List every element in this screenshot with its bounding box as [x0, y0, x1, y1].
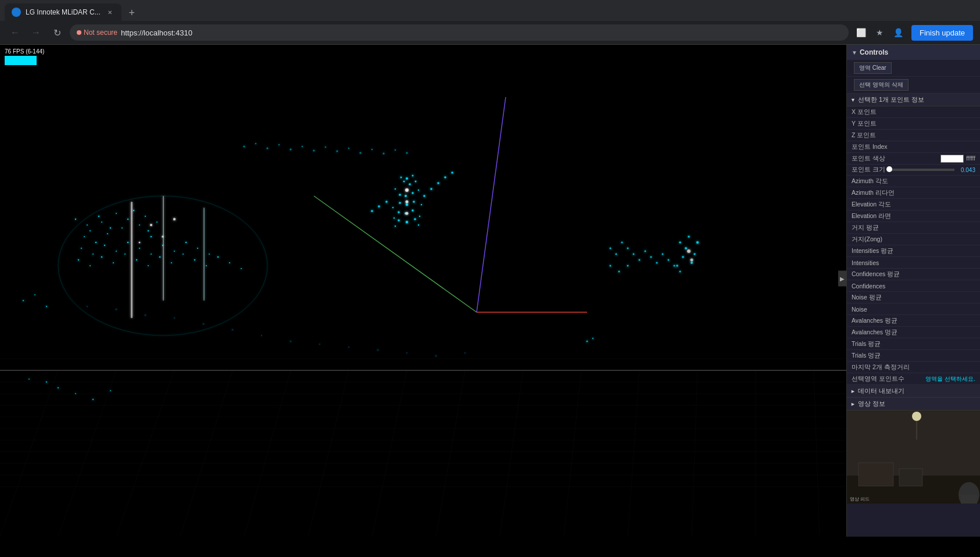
svg-point-123: [627, 248, 629, 249]
omnibox[interactable]: Not secure https://localhost:4310: [70, 24, 849, 41]
svg-point-35: [101, 222, 102, 223]
svg-rect-81: [163, 196, 164, 301]
svg-point-122: [616, 253, 617, 255]
svg-point-120: [610, 248, 611, 249]
svg-point-98: [406, 221, 408, 223]
side-panel-toggle[interactable]: ▶: [838, 271, 846, 287]
svg-point-32: [87, 224, 88, 226]
selected-point-count-label: 선택영역 포인트수: [852, 375, 925, 383]
video-title: 영상 정보: [858, 399, 885, 408]
svg-point-113: [419, 216, 420, 217]
point-color-swatch[interactable]: [940, 155, 964, 163]
svg-point-45: [139, 224, 140, 226]
forward-button[interactable]: →: [28, 24, 44, 41]
svg-point-52: [116, 251, 117, 252]
intensities-avg-row: Intensities 펑균: [847, 245, 980, 257]
back-button[interactable]: ←: [7, 24, 23, 41]
svg-point-117: [405, 188, 409, 192]
svg-point-90: [412, 192, 414, 194]
svg-point-163: [267, 148, 269, 149]
reload-button[interactable]: ↻: [49, 24, 65, 41]
avalanches-avg-row: Avalanches 펑균: [847, 315, 980, 327]
controls-header[interactable]: ▼ Controls: [847, 45, 980, 60]
svg-point-102: [430, 188, 432, 190]
intensities-avg-label: Intensities 펑균: [852, 247, 975, 255]
svg-point-157: [435, 355, 437, 357]
cast-button[interactable]: ⬜: [853, 24, 870, 41]
tab-bar: LG Innotek MLiDAR C... ✕ +: [0, 0, 980, 21]
svg-point-70: [183, 253, 184, 255]
svg-point-55: [151, 253, 152, 255]
bookmark-button[interactable]: ★: [872, 24, 888, 41]
new-tab-button[interactable]: +: [124, 5, 140, 21]
svg-point-87: [403, 181, 405, 183]
svg-point-88: [415, 181, 417, 183]
svg-point-137: [693, 253, 696, 255]
svg-point-173: [383, 153, 385, 155]
svg-point-151: [203, 323, 205, 325]
svg-point-91: [399, 194, 401, 196]
tab-close-btn[interactable]: ✕: [105, 8, 115, 17]
avalanches-avg-label: Avalanches 펑균: [852, 317, 975, 325]
video-caret: ►: [850, 401, 856, 407]
svg-point-171: [360, 152, 362, 154]
point-size-thumb[interactable]: [886, 166, 892, 172]
svg-point-112: [392, 207, 394, 208]
svg-point-92: [406, 203, 408, 206]
svg-point-94: [399, 202, 401, 204]
svg-point-60: [209, 253, 210, 255]
video-section-header[interactable]: ► 영상 정보: [847, 398, 980, 410]
svg-point-104: [444, 176, 446, 178]
svg-rect-193: [961, 495, 977, 504]
svg-point-71: [194, 259, 195, 260]
deselect-button[interactable]: 선택 영역의 삭제: [854, 79, 909, 91]
svg-point-86: [409, 183, 411, 185]
not-secure-label: Not secure: [84, 28, 117, 37]
svg-point-159: [116, 309, 117, 310]
azimuth-lidar-row: Azimuth 리다언: [847, 187, 980, 199]
svg-point-115: [418, 224, 419, 226]
profile-button[interactable]: 👤: [890, 24, 907, 41]
svg-point-75: [241, 268, 242, 269]
noise-avg-label: Noise 펑균: [852, 294, 975, 302]
svg-point-172: [371, 149, 373, 150]
svg-point-34: [90, 230, 91, 231]
viewport[interactable]: 76 FPS (6-144): [0, 45, 846, 537]
y-point-row: Y 포인트: [847, 118, 980, 130]
fps-counter: 76 FPS (6-144): [2, 47, 47, 66]
point-info-section-header[interactable]: ▼ 선택한 1개 포인트 정보: [847, 94, 980, 106]
point-size-slider[interactable]: [888, 169, 954, 171]
svg-point-136: [685, 247, 687, 249]
svg-point-51: [104, 245, 105, 246]
elevation-ramen-row: Elevation 라면: [847, 210, 980, 222]
svg-point-105: [451, 172, 453, 174]
svg-rect-195: [899, 469, 922, 486]
selected-point-count-row: 선택영역 포인트수 영역을 선택하세요.: [847, 373, 980, 385]
svg-rect-194: [859, 463, 893, 486]
lidar-scene-svg: [0, 45, 846, 537]
svg-point-108: [371, 210, 373, 212]
avalanches-label: Avalanches 멍균: [852, 329, 975, 337]
svg-point-174: [395, 149, 396, 151]
svg-point-73: [217, 256, 219, 258]
svg-point-72: [206, 265, 207, 266]
point-index-label: 포인트 Index: [852, 143, 975, 151]
point-info-title: 선택한 1개 포인트 정보: [858, 95, 924, 104]
finish-update-button[interactable]: Finish update: [911, 25, 973, 41]
export-section-header[interactable]: ► 데이터 내보내기: [847, 385, 980, 398]
svg-point-89: [405, 195, 407, 197]
not-secure-dot: [77, 30, 81, 35]
svg-point-41: [127, 219, 128, 220]
svg-point-150: [319, 344, 320, 345]
svg-point-185: [34, 294, 35, 295]
active-tab[interactable]: LG Innotek MLiDAR C... ✕: [5, 3, 121, 21]
svg-point-144: [687, 249, 691, 253]
svg-rect-80: [131, 202, 133, 318]
svg-point-53: [127, 242, 129, 244]
last-two-dist-label: 마지막 2개 측정거리: [852, 363, 975, 372]
svg-point-61: [78, 259, 79, 260]
clear-button[interactable]: 영역 Clear: [854, 62, 892, 74]
controls-panel: ▼ Controls 영역 Clear 선택 영역의 삭제 ▼ 선택한 1개 포…: [846, 45, 980, 537]
intensities-row: Intensities: [847, 257, 980, 269]
confidences-avg-label: Confidences 펑균: [852, 270, 975, 278]
